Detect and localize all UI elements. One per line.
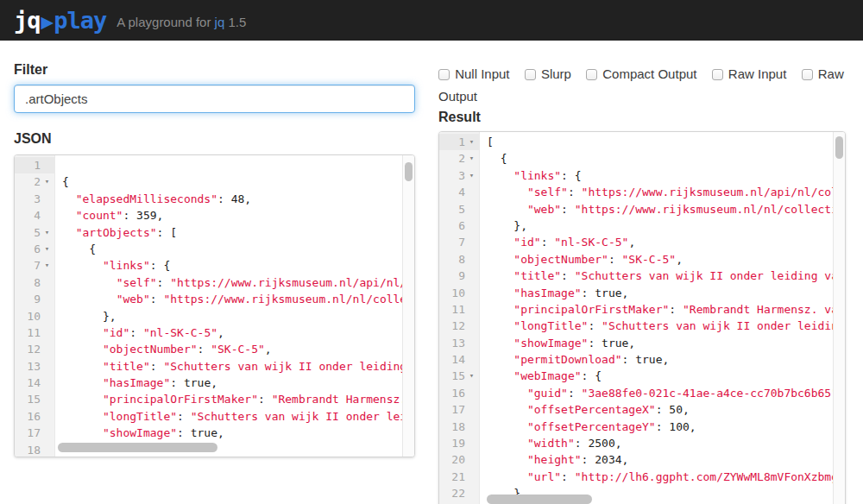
code-line: "title": "Schutters van wijk II onder le… bbox=[487, 268, 845, 284]
fold-spacer bbox=[465, 301, 478, 318]
fold-arrow-icon[interactable]: ▾ bbox=[465, 134, 478, 150]
code-line: "objectNumber": "SK-C-5", bbox=[487, 251, 845, 268]
option-raw-input[interactable]: Raw Input bbox=[712, 63, 787, 85]
line-number: 11 bbox=[15, 324, 54, 341]
line-number: 8 bbox=[439, 251, 479, 268]
fold-spacer bbox=[41, 324, 54, 341]
line-number: 7▾ bbox=[15, 257, 54, 274]
checkbox-null-input[interactable] bbox=[438, 69, 450, 80]
line-number: 2▾ bbox=[439, 150, 479, 167]
code-line: "height": 2034, bbox=[487, 451, 845, 468]
result-horizontal-scrollbar-thumb[interactable] bbox=[487, 495, 592, 504]
line-number: 16 bbox=[15, 408, 54, 425]
line-number: 1▾ bbox=[439, 134, 479, 150]
subtitle-prefix: A playground for bbox=[117, 15, 214, 29]
fold-spacer bbox=[465, 385, 478, 401]
fold-arrow-icon[interactable]: ▾ bbox=[465, 368, 478, 384]
json-label: JSON bbox=[14, 131, 415, 147]
fold-spacer bbox=[41, 291, 54, 307]
line-number: 15 bbox=[15, 391, 54, 407]
line-number: 8 bbox=[15, 274, 54, 291]
code-line: "artObjects": [ bbox=[62, 224, 414, 241]
line-number: 7 bbox=[439, 234, 479, 250]
fold-spacer bbox=[41, 191, 54, 207]
fold-arrow-icon[interactable]: ▾ bbox=[41, 257, 54, 274]
line-number: 14 bbox=[15, 375, 54, 391]
line-number: 12 bbox=[15, 341, 54, 357]
result-vertical-scrollbar-thumb[interactable] bbox=[835, 136, 843, 159]
filter-label: Filter bbox=[14, 62, 415, 78]
option-compact-output[interactable]: Compact Output bbox=[586, 63, 696, 85]
fold-spacer bbox=[465, 401, 478, 418]
line-number: 9 bbox=[439, 268, 479, 284]
line-number: 20 bbox=[439, 451, 479, 468]
code-line: "links": { bbox=[487, 167, 845, 184]
code-line: "hasImage": true, bbox=[62, 375, 414, 391]
checkbox-compact-output[interactable] bbox=[586, 69, 597, 80]
option-null-input[interactable]: Null Input bbox=[438, 63, 510, 85]
code-line: "hasImage": true, bbox=[487, 285, 845, 301]
line-number: 5 bbox=[439, 201, 479, 217]
logo-jq-text: jq bbox=[14, 7, 41, 34]
main-content: Filter JSON { "elapsedMilliseconds": 48,… bbox=[0, 41, 863, 504]
json-horizontal-scrollbar-thumb[interactable] bbox=[58, 443, 217, 452]
json-vertical-scrollbar-thumb[interactable] bbox=[405, 162, 413, 181]
jq-link[interactable]: jq bbox=[215, 15, 225, 29]
fold-spacer bbox=[41, 157, 54, 173]
line-number: 10 bbox=[15, 308, 54, 324]
code-line: { bbox=[62, 173, 414, 190]
code-line: "web": "https://www.rijksmuseum.nl/nl/co… bbox=[62, 291, 414, 307]
fold-spacer bbox=[41, 408, 54, 425]
option-slurp[interactable]: Slurp bbox=[525, 63, 571, 85]
line-number: 17 bbox=[15, 425, 54, 441]
result-code-area[interactable]: [ { "links": { "self": "https://www.rijk… bbox=[481, 134, 845, 504]
code-line: "guid": "3ae88fe0-021c-41ae-a4ce-cc70b7b… bbox=[487, 385, 845, 401]
fold-arrow-icon[interactable]: ▾ bbox=[465, 167, 478, 184]
code-line: "showImage": true, bbox=[62, 425, 414, 441]
code-line: "web": "https://www.rijksmuseum.nl/nl/co… bbox=[487, 201, 845, 217]
line-number: 16 bbox=[439, 385, 479, 401]
fold-spacer bbox=[465, 318, 478, 334]
result-editor[interactable]: [ { "links": { "self": "https://www.rijk… bbox=[438, 131, 846, 504]
code-line: "principalOrFirstMaker": "Rembrandt Harm… bbox=[62, 391, 414, 407]
line-number: 6▾ bbox=[15, 241, 54, 257]
fold-arrow-icon[interactable]: ▾ bbox=[41, 224, 54, 241]
line-number: 13 bbox=[15, 358, 54, 375]
code-line: { bbox=[62, 241, 414, 257]
json-input-editor[interactable]: { "elapsedMilliseconds": 48, "count": 35… bbox=[14, 154, 415, 457]
checkbox-raw-input[interactable] bbox=[712, 69, 723, 80]
result-vertical-scrollbar[interactable] bbox=[833, 132, 845, 504]
filter-input[interactable] bbox=[14, 85, 415, 113]
fold-arrow-icon[interactable]: ▾ bbox=[465, 150, 478, 167]
line-number: 10 bbox=[439, 285, 479, 301]
json-code-area[interactable]: { "elapsedMilliseconds": 48, "count": 35… bbox=[56, 157, 414, 457]
play-triangle-icon: ▶ bbox=[41, 12, 54, 31]
code-line: "webImage": { bbox=[487, 368, 845, 384]
line-number: 22 bbox=[439, 485, 479, 501]
code-line: "principalOrFirstMaker": "Rembrandt Harm… bbox=[487, 301, 845, 318]
code-line: "self": "https://www.rijksmuseum.nl/api/… bbox=[487, 184, 845, 200]
fold-spacer bbox=[41, 207, 54, 224]
checkbox-raw-output[interactable] bbox=[802, 69, 813, 80]
fold-spacer bbox=[41, 375, 54, 391]
line-number: 14 bbox=[439, 351, 479, 368]
code-line: "url": "http://lh6.ggpht.com/ZYWwML8mVFo… bbox=[487, 469, 845, 485]
code-line: "showImage": true, bbox=[487, 335, 845, 351]
json-line-gutter: 12▾345▾6▾7▾89101112131415161718 bbox=[15, 155, 55, 457]
line-number: 1 bbox=[15, 157, 54, 173]
fold-spacer bbox=[465, 451, 478, 468]
fold-spacer bbox=[41, 391, 54, 407]
code-line: "objectNumber": "SK-C-5", bbox=[62, 341, 414, 357]
code-line: "id": "nl-SK-C-5", bbox=[487, 234, 845, 250]
fold-arrow-icon[interactable]: ▾ bbox=[41, 173, 54, 190]
code-line: "permitDownload": true, bbox=[487, 351, 845, 368]
line-number: 5▾ bbox=[15, 224, 54, 241]
code-line: [ bbox=[487, 134, 845, 150]
fold-spacer bbox=[465, 469, 478, 485]
json-vertical-scrollbar[interactable] bbox=[402, 155, 414, 457]
checkbox-slurp[interactable] bbox=[525, 69, 536, 80]
fold-spacer bbox=[465, 234, 478, 250]
code-line: "links": { bbox=[62, 257, 414, 274]
line-number: 13 bbox=[439, 335, 479, 351]
fold-arrow-icon[interactable]: ▾ bbox=[41, 241, 54, 257]
